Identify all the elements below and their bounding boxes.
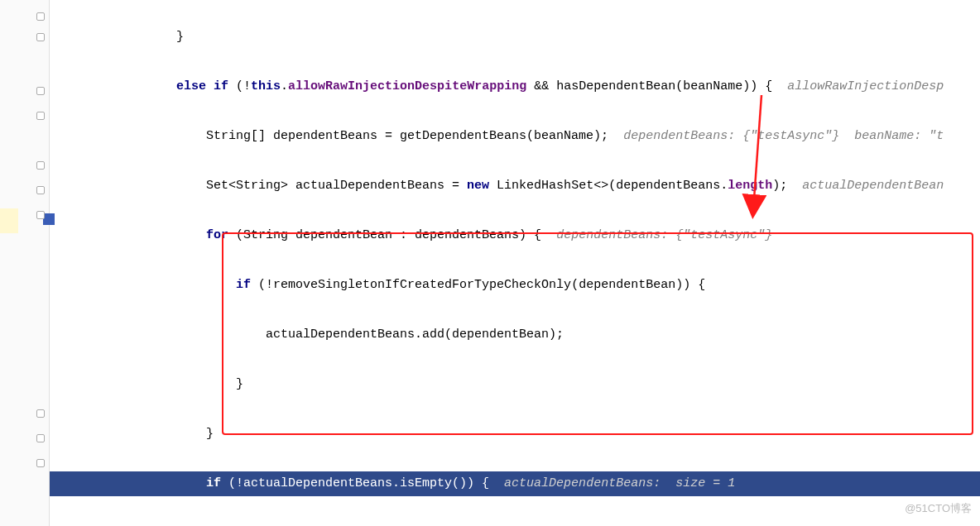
code-line[interactable]: String[] dependentBeans = getDependentBe… xyxy=(50,124,980,149)
code-line[interactable]: actualDependentBeans.add(dependentBean); xyxy=(50,323,980,347)
fold-marker-icon[interactable] xyxy=(36,12,45,21)
code-line[interactable]: } xyxy=(50,25,980,50)
code-line[interactable]: else if (!this.allowRawInjectionDespiteW… xyxy=(50,74,980,99)
code-line-highlighted[interactable]: if (!actualDependentBeans.isEmpty()) { a… xyxy=(50,471,980,496)
fold-marker-icon[interactable] xyxy=(36,459,45,467)
code-line[interactable]: throw new BeanCurrentlyInCreationExcepti… xyxy=(50,521,980,526)
code-line[interactable]: if (!removeSingletonIfCreatedForTypeChec… xyxy=(50,273,980,298)
fold-marker-icon[interactable] xyxy=(36,87,45,95)
fold-marker-icon[interactable] xyxy=(36,211,45,219)
code-line[interactable]: for (String dependentBean : dependentBea… xyxy=(50,223,980,248)
fold-marker-icon[interactable] xyxy=(36,434,45,442)
fold-marker-icon[interactable] xyxy=(36,33,45,41)
fold-marker-icon[interactable] xyxy=(36,161,45,170)
code-line[interactable]: } xyxy=(50,422,980,447)
watermark: @51CTO博客 xyxy=(905,496,972,521)
fold-marker-icon[interactable] xyxy=(36,186,45,194)
fold-marker-icon[interactable] xyxy=(36,409,45,418)
code-area[interactable]: } else if (!this.allowRawInjectionDespit… xyxy=(50,0,980,526)
code-line[interactable]: Set<String> actualDependentBeans = new L… xyxy=(50,174,980,198)
code-line[interactable]: } xyxy=(50,372,980,397)
code-editor[interactable]: } else if (!this.allowRawInjectionDespit… xyxy=(0,0,980,526)
fold-marker-icon[interactable] xyxy=(36,112,45,120)
gutter xyxy=(0,0,50,526)
change-marker xyxy=(0,208,18,233)
